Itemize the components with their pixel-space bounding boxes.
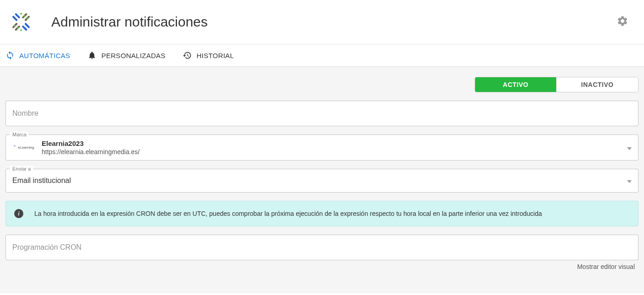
sendto-field: Enviar a Email institucional	[5, 169, 639, 193]
brand-logo-icon: eLearning	[12, 141, 34, 155]
name-field	[5, 101, 639, 126]
svg-point-9	[23, 15, 25, 17]
brand-url: https://elearnia.elearningmedia.es/	[42, 148, 140, 156]
sendto-select[interactable]: Email institucional	[6, 169, 638, 192]
chevron-down-icon	[627, 177, 632, 185]
tab-label: AUTOMÁTICAS	[19, 52, 70, 59]
svg-point-8	[20, 13, 22, 15]
app-logo	[5, 8, 37, 36]
info-text: La hora introducida en la expresión CRON…	[34, 210, 542, 217]
tab-history[interactable]: HISTORIAL	[183, 45, 234, 66]
sendto-label: Enviar a	[10, 166, 33, 172]
info-icon: i	[14, 209, 23, 218]
settings-button[interactable]	[613, 11, 632, 32]
svg-point-11	[20, 29, 22, 31]
tabs-bar: AUTOMÁTICAS PERSONALIZADAS HISTORIAL	[0, 44, 644, 67]
tab-label: PERSONALIZADAS	[101, 52, 165, 59]
cron-info-alert: i La hora introducida en la expresión CR…	[5, 201, 639, 226]
tab-automatic[interactable]: AUTOMÁTICAS	[5, 45, 70, 66]
page-title: Administrar notificaciones	[51, 14, 613, 30]
status-inactive-button[interactable]: INACTIVO	[557, 77, 638, 92]
chevron-down-icon	[627, 144, 632, 152]
status-toggle: ACTIVO INACTIVO	[475, 77, 639, 92]
history-icon	[183, 51, 192, 60]
visual-editor-link[interactable]: Mostrar editor visual	[574, 261, 639, 272]
brand-name: Elearnia2023	[42, 139, 140, 147]
brand-label: Marca	[10, 132, 29, 137]
bell-icon	[87, 51, 97, 60]
svg-point-12	[17, 27, 19, 29]
content-area: ACTIVO INACTIVO Marca eLearni	[0, 67, 644, 293]
header: Administrar notificaciones	[0, 0, 644, 44]
brand-field: Marca eLearning Elearnia2023	[5, 134, 639, 161]
gear-icon	[617, 15, 628, 27]
sendto-value: Email institucional	[12, 174, 627, 188]
sync-icon	[5, 51, 15, 60]
brand-select[interactable]: eLearning Elearnia2023 https://elearnia.…	[6, 135, 638, 160]
svg-point-10	[27, 17, 28, 19]
status-active-button[interactable]: ACTIVO	[475, 77, 557, 92]
editor-link-row: Mostrar editor visual	[5, 261, 639, 272]
svg-rect-15	[14, 145, 15, 146]
cron-field	[5, 235, 639, 260]
svg-point-13	[14, 25, 16, 27]
status-toggle-row: ACTIVO INACTIVO	[5, 67, 639, 101]
cron-input[interactable]	[6, 235, 638, 260]
name-input[interactable]	[6, 101, 638, 126]
tab-custom[interactable]: PERSONALIZADAS	[87, 45, 165, 66]
tab-label: HISTORIAL	[196, 52, 234, 59]
